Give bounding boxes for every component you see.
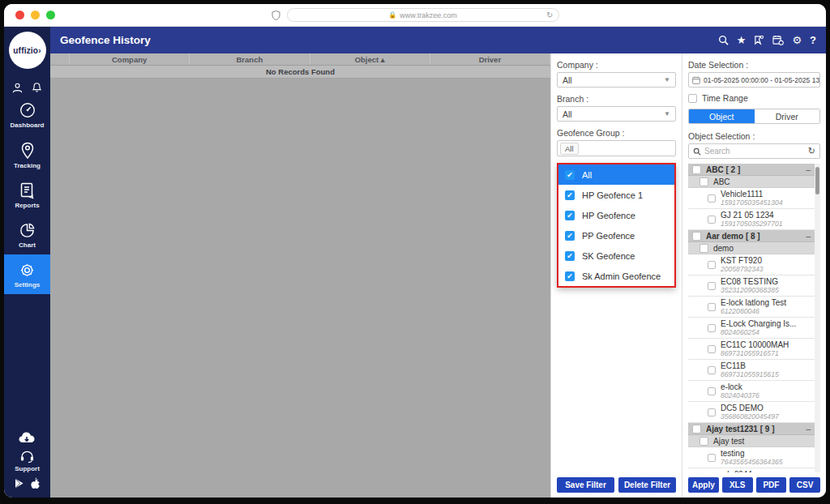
checkbox-icon[interactable]: ✔: [565, 211, 575, 220]
sidebar-item-dashboard[interactable]: Dashboard: [4, 94, 50, 135]
user-icon[interactable]: [11, 82, 24, 94]
address-bar[interactable]: 🔒 www.trakzee.com ↻: [287, 8, 559, 22]
object-group-row[interactable]: Ajay test1231 [ 9 ]–: [688, 423, 815, 435]
object-subgroup-row[interactable]: Ajay test: [688, 435, 815, 447]
vehicle-row[interactable]: E-Lock Charging Is...8024060254: [688, 318, 815, 339]
search-icon[interactable]: [718, 35, 729, 45]
object-group-row[interactable]: Aar demo [ 8 ]–: [688, 230, 815, 242]
checkbox-icon[interactable]: ✔: [565, 190, 575, 200]
column-header-company[interactable]: Company: [70, 53, 190, 65]
poi-icon[interactable]: [754, 35, 764, 45]
column-header-branch[interactable]: Branch: [190, 53, 310, 65]
vehicle-row[interactable]: EC08 TESTING352312090368385: [688, 275, 815, 297]
tab-driver[interactable]: Driver: [755, 109, 820, 123]
help-icon[interactable]: ?: [810, 35, 816, 45]
filter-panel: Company : All ▼ Branch : All ▼ Geofence …: [550, 53, 682, 498]
vehicle-row[interactable]: e-lock8024040376: [688, 381, 815, 402]
reload-icon[interactable]: ↻: [546, 11, 553, 19]
apple-icon[interactable]: [30, 477, 41, 489]
refresh-icon[interactable]: ↻: [808, 146, 815, 156]
pdf-button[interactable]: PDF: [756, 477, 787, 493]
vehicle-checkbox[interactable]: [708, 408, 716, 416]
vehicle-checkbox[interactable]: [708, 345, 716, 353]
time-range-option[interactable]: Time Range: [688, 93, 820, 103]
time-range-checkbox[interactable]: [688, 94, 697, 103]
close-window-button[interactable]: [15, 11, 24, 19]
object-group-row[interactable]: ABC [ 2 ]–: [688, 164, 815, 176]
geofence-group-chip[interactable]: All: [560, 143, 579, 155]
geofence-option[interactable]: ✔PP Geofence: [558, 225, 674, 246]
object-subgroup-row[interactable]: ABC: [688, 176, 815, 188]
tab-object[interactable]: Object: [689, 109, 755, 123]
save-filter-button[interactable]: Save Filter: [557, 477, 614, 493]
group-checkbox[interactable]: [692, 232, 701, 241]
uffizio-logo[interactable]: uffizio›: [9, 32, 46, 69]
subgroup-checkbox[interactable]: [700, 177, 708, 186]
vehicle-checkbox[interactable]: [708, 303, 716, 311]
vehicle-row[interactable]: EC11B869731055915615: [688, 360, 815, 381]
sidebar-item-chart[interactable]: Chart: [4, 215, 50, 254]
minimize-window-button[interactable]: [31, 11, 40, 19]
vehicle-checkbox[interactable]: [708, 216, 716, 224]
vehicle-row[interactable]: DC5 DEMO356860820045497: [688, 402, 815, 423]
bell-icon[interactable]: [31, 82, 43, 94]
vehicle-checkbox[interactable]: [708, 282, 716, 290]
support-item[interactable]: Support: [15, 450, 40, 472]
column-header-object[interactable]: Object ▴: [310, 53, 430, 65]
vehicle-row[interactable]: EC11C 10000MAH869731055916571: [688, 339, 815, 360]
group-checkbox[interactable]: [692, 165, 701, 174]
collapse-icon[interactable]: –: [806, 425, 811, 434]
vehicle-checkbox[interactable]: [708, 387, 716, 395]
vehicle-row[interactable]: E-lock latlong Test6122080046: [688, 297, 815, 318]
subgroup-checkbox[interactable]: [700, 244, 708, 253]
group-checkbox[interactable]: [692, 425, 701, 434]
vehicle-checkbox[interactable]: [708, 366, 716, 374]
star-icon[interactable]: ★: [737, 35, 747, 45]
checkbox-icon[interactable]: ✔: [565, 251, 575, 261]
delete-filter-button[interactable]: Delete Filter: [618, 477, 676, 493]
google-play-icon[interactable]: [15, 478, 24, 489]
geofence-group-input[interactable]: All: [557, 140, 676, 156]
column-header-driver[interactable]: Driver: [430, 53, 550, 65]
csv-button[interactable]: CSV: [789, 477, 820, 493]
checkbox-icon[interactable]: ✔: [565, 231, 575, 241]
xls-button[interactable]: XLS: [722, 477, 753, 493]
checkbox-icon[interactable]: ✔: [565, 271, 575, 281]
geofence-option[interactable]: ✔Sk Admin Geofence: [558, 266, 674, 286]
vehicle-checkbox[interactable]: [708, 454, 716, 462]
geofence-option[interactable]: ✔SK Geofence: [558, 246, 674, 266]
collapse-icon[interactable]: –: [806, 165, 811, 174]
tree-scrollbar[interactable]: [815, 164, 820, 472]
vehicle-id: 7643565456364365: [721, 458, 782, 466]
vehicle-row[interactable]: GJ 21 05 12341591705035297701: [688, 209, 815, 230]
vehicle-row[interactable]: Vehicle11111591705035451304: [688, 188, 815, 209]
shield-icon[interactable]: [272, 11, 280, 20]
vehicle-checkbox[interactable]: [708, 194, 716, 203]
sidebar-item-tracking[interactable]: Tracking: [4, 135, 50, 175]
geofence-option[interactable]: ✔HP Geofence: [558, 205, 674, 225]
tree-scrollbar-thumb[interactable]: [815, 167, 819, 194]
vehicle-checkbox[interactable]: [708, 324, 716, 332]
vehicle-row[interactable]: testing7643565456364365: [688, 447, 815, 468]
vehicle-checkbox[interactable]: [708, 261, 716, 269]
branch-select[interactable]: All ▼: [557, 106, 676, 122]
object-subgroup-row[interactable]: demo: [688, 242, 815, 254]
subgroup-checkbox[interactable]: [700, 437, 708, 446]
gear-icon[interactable]: ⚙: [792, 35, 802, 45]
geofence-option[interactable]: ✔All: [558, 164, 674, 185]
vehicle-row[interactable]: mh 09441591726117918024: [688, 468, 815, 472]
date-range-input[interactable]: 01-05-2025 00:00:00 - 01-05-2025 13:41: [688, 72, 820, 88]
sidebar-item-reports[interactable]: Reports: [4, 175, 50, 215]
company-select[interactable]: All ▼: [557, 72, 676, 88]
vehicle-id: 8024060254: [721, 328, 796, 336]
sidebar-item-settings[interactable]: Settings: [4, 254, 50, 294]
apply-button[interactable]: Apply: [688, 477, 719, 493]
collapse-icon[interactable]: –: [806, 232, 811, 241]
checkbox-icon[interactable]: ✔: [565, 170, 575, 180]
geofence-option[interactable]: ✔HP Geofence 1: [558, 185, 674, 205]
cloud-download-icon[interactable]: [18, 430, 37, 445]
zoom-window-button[interactable]: [46, 11, 55, 19]
object-search-input[interactable]: [704, 147, 805, 156]
vehicle-row[interactable]: KST FT92020058792343: [688, 254, 815, 275]
scheduled-report-icon[interactable]: [772, 35, 784, 45]
